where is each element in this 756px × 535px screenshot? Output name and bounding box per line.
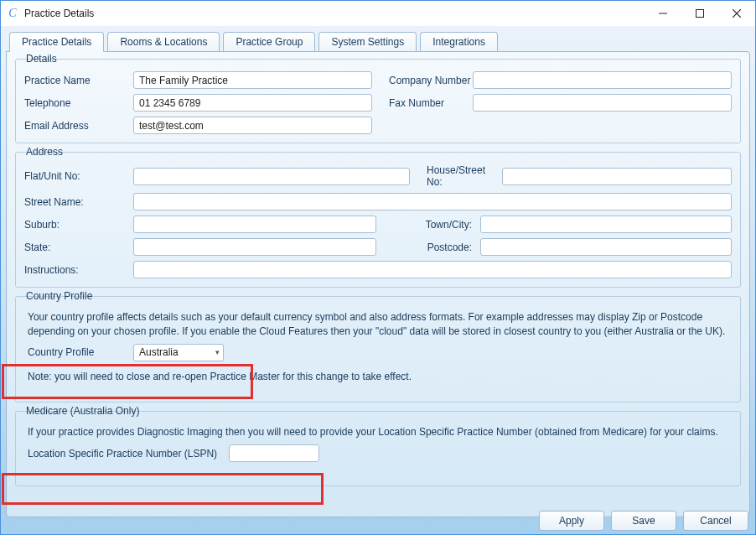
label-country-profile: Country Profile xyxy=(28,346,133,358)
minimize-button[interactable] xyxy=(645,1,681,26)
email-input[interactable] xyxy=(133,117,372,134)
app-icon: C xyxy=(6,7,19,20)
postcode-input[interactable] xyxy=(480,238,732,256)
label-telephone: Telephone xyxy=(24,97,133,109)
tab-rooms-locations[interactable]: Rooms & Locations xyxy=(107,32,220,52)
legend-details: Details xyxy=(23,53,60,65)
label-company-number: Company Number xyxy=(372,75,473,86)
legend-country: Country Profile xyxy=(23,290,96,302)
practice-name-input[interactable] xyxy=(133,71,372,89)
label-state: State: xyxy=(24,242,133,253)
group-medicare: Medicare (Australia Only) If your practi… xyxy=(15,411,741,486)
group-details: Details Practice Name Company Number Tel… xyxy=(15,59,741,143)
label-fax: Fax Number xyxy=(372,97,473,109)
suburb-input[interactable] xyxy=(133,216,376,233)
legend-medicare: Medicare (Australia Only) xyxy=(23,405,142,417)
cancel-button[interactable]: Cancel xyxy=(683,511,748,531)
flat-input[interactable] xyxy=(133,168,410,185)
medicare-info-text: If your practice provides Diagnostic Ima… xyxy=(28,425,732,439)
group-address: Address Flat/Unit No: House/Street No: S… xyxy=(15,152,741,288)
country-profile-select[interactable]: Australia ▾ xyxy=(133,344,224,361)
titlebar: C Practice Details xyxy=(1,1,755,26)
street-input[interactable] xyxy=(133,193,732,210)
tab-practice-group[interactable]: Practice Group xyxy=(223,32,315,52)
label-street: Street Name: xyxy=(24,196,133,208)
fax-input[interactable] xyxy=(473,94,732,112)
label-suburb: Suburb: xyxy=(24,219,133,231)
tab-practice-details[interactable]: Practice Details xyxy=(9,32,104,52)
maximize-icon xyxy=(696,9,704,18)
label-town: Town/City: xyxy=(376,219,480,231)
maximize-button[interactable] xyxy=(681,1,718,26)
tab-system-settings[interactable]: System Settings xyxy=(318,32,417,52)
tabpanel-practice-details: Details Practice Name Company Number Tel… xyxy=(6,51,750,517)
label-practice-name: Practice Name xyxy=(24,75,133,86)
label-house: House/Street No: xyxy=(410,164,502,188)
company-number-input[interactable] xyxy=(473,71,732,89)
town-input[interactable] xyxy=(480,216,732,233)
instructions-input[interactable] xyxy=(133,261,732,278)
close-icon xyxy=(733,9,741,18)
apply-button[interactable]: Apply xyxy=(539,511,604,531)
svg-rect-0 xyxy=(696,10,704,18)
minimize-icon xyxy=(659,9,667,18)
country-note-text: Note: you will need to close and re-open… xyxy=(28,370,732,384)
tabstrip: Practice Details Rooms & Locations Pract… xyxy=(6,31,750,51)
label-lspn: Location Specific Practice Number (LSPN) xyxy=(28,448,229,460)
state-input[interactable] xyxy=(133,238,376,256)
chevron-down-icon: ▾ xyxy=(215,348,220,356)
country-info-text: Your country profile affects details suc… xyxy=(28,310,732,339)
telephone-input[interactable] xyxy=(133,94,372,112)
house-input[interactable] xyxy=(502,168,732,185)
save-button[interactable]: Save xyxy=(611,511,676,531)
label-instructions: Instructions: xyxy=(24,264,133,276)
legend-address: Address xyxy=(23,146,66,158)
window-title: Practice Details xyxy=(24,8,94,19)
footer: Apply Save Cancel xyxy=(539,511,748,531)
label-flat: Flat/Unit No: xyxy=(24,170,133,182)
close-button[interactable] xyxy=(718,1,755,26)
label-email: Email Address xyxy=(24,120,133,132)
lspn-input[interactable] xyxy=(229,444,319,462)
group-country-profile: Country Profile Your country profile aff… xyxy=(15,296,741,403)
country-profile-value: Australia xyxy=(139,346,179,358)
tab-integrations[interactable]: Integrations xyxy=(420,32,498,52)
label-postcode: Postcode: xyxy=(376,242,480,253)
